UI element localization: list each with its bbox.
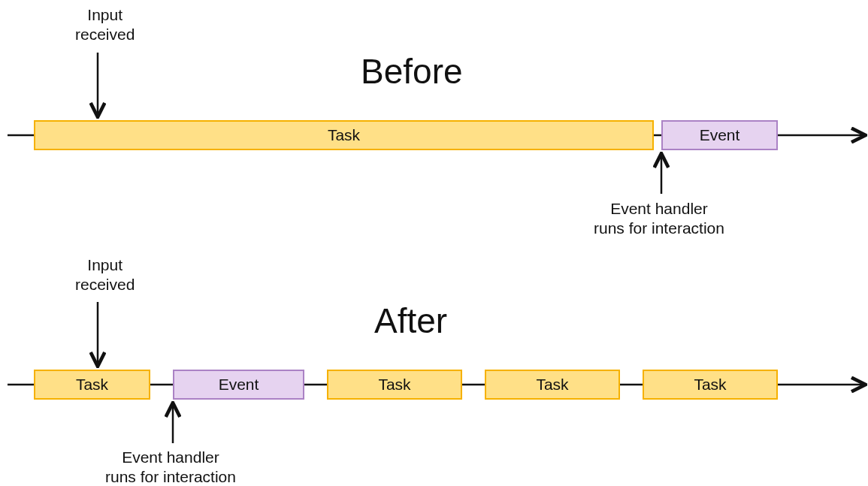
diagram-root: Before Input received Event handler runs… [0,0,868,486]
after-input-received-l1: Input [75,255,135,275]
before-title: Before [361,51,463,92]
before-input-received-l2: received [75,25,135,44]
after-task-block-2: Task [327,370,462,400]
after-input-received-l2: received [75,275,135,294]
after-task-block-1: Task [34,370,150,400]
after-event-handler-label: Event handler runs for interaction [105,448,236,486]
after-task-block-4: Task [643,370,778,400]
before-event-handler-label: Event handler runs for interaction [594,199,724,239]
after-event-block: Event [173,370,304,400]
before-event-block: Event [661,120,778,150]
after-input-received-label: Input received [75,255,135,295]
after-title: After [374,300,447,341]
after-event-handler-l2: runs for interaction [105,467,236,486]
before-input-received-label: Input received [75,5,135,45]
before-input-received-l1: Input [75,5,135,25]
after-event-handler-l1: Event handler [105,448,236,467]
before-task-block: Task [34,120,654,150]
before-event-handler-l2: runs for interaction [594,219,724,238]
before-event-handler-l1: Event handler [594,199,724,219]
after-task-block-3: Task [485,370,620,400]
